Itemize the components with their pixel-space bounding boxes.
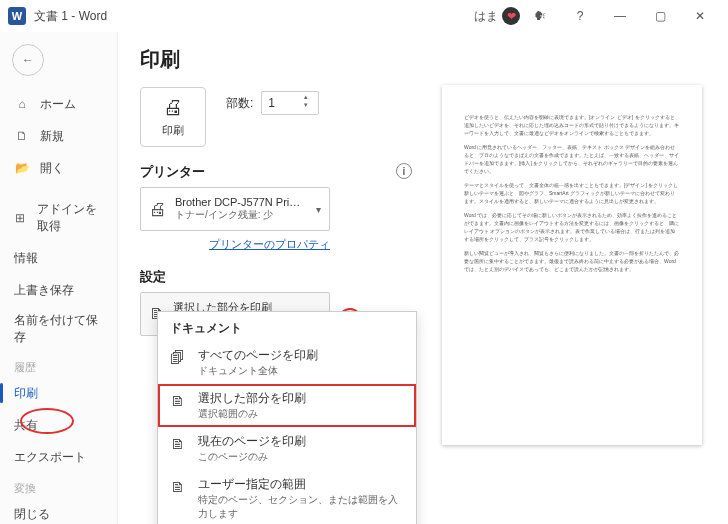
nav-close[interactable]: 閉じる: [0, 498, 117, 524]
chevron-down-icon: ▾: [304, 101, 316, 109]
info-icon[interactable]: i: [396, 163, 412, 179]
printer-name: Brother DCP-J577N Pri…: [175, 196, 308, 208]
dropdown-group-document: ドキュメント: [158, 312, 416, 341]
arrow-left-icon: ←: [22, 53, 34, 67]
opt-title: 現在のページを印刷: [198, 433, 306, 450]
word-app-icon: W: [8, 7, 26, 25]
nav-print[interactable]: 印刷: [0, 377, 117, 409]
nav-section-transform: 変換: [0, 473, 117, 498]
opt-title: 選択した部分を印刷: [198, 390, 306, 407]
feedback-icon[interactable]: 🗣: [520, 0, 560, 32]
nav-label: 開く: [40, 160, 64, 177]
nav-info[interactable]: 情報: [0, 242, 117, 274]
preview-body: ビデオを使うと、伝えたい内容を明確に表現できます。[オンライン ビデオ] をクリ…: [442, 85, 702, 307]
printer-heading: プリンター i: [140, 163, 420, 181]
nav-home[interactable]: ⌂ホーム: [0, 88, 117, 120]
annotation-circle-print: [20, 408, 74, 434]
nav-save[interactable]: 上書き保存: [0, 274, 117, 306]
home-icon: ⌂: [14, 97, 30, 111]
printer-dropdown[interactable]: 🖨 Brother DCP-J577N Pri… トナー/インク残量: 少 ▾: [140, 187, 330, 231]
settings-heading: 設定: [140, 268, 420, 286]
copies-value: 1: [268, 96, 275, 110]
opt-subtitle: このページのみ: [198, 450, 306, 464]
close-button[interactable]: ✕: [680, 0, 720, 32]
page-icon: 🗎: [170, 435, 188, 452]
opt-title: ユーザー指定の範囲: [198, 476, 404, 493]
nav-label: 名前を付けて保存: [14, 312, 103, 346]
nav-label: 上書き保存: [14, 282, 74, 299]
opt-subtitle: 特定のページ、セクション、または範囲を入力します: [198, 493, 404, 521]
page-icon: 🗎: [170, 392, 188, 409]
page-title: 印刷: [140, 46, 420, 73]
preview-paragraph: テーマとスタイルを使って、文書全体の統一感を出すこともできます。[デザイン] を…: [464, 181, 680, 205]
print-button-label: 印刷: [162, 123, 184, 138]
titlebar: W 文書 1 - Word はま ❤ 🗣 ? — ▢ ✕: [0, 0, 728, 32]
opt-subtitle: 選択範囲のみ: [198, 407, 306, 421]
printer-properties-link[interactable]: プリンターのプロパティ: [140, 237, 330, 252]
nav-label: 新規: [40, 128, 64, 145]
opt-custom-range[interactable]: 🗎 ユーザー指定の範囲特定のページ、セクション、または範囲を入力します: [158, 470, 416, 524]
backstage-sidebar: ← ⌂ホーム 🗋新規 📂開く ⊞アドインを取得 情報 上書き保存 名前を付けて保…: [0, 32, 118, 524]
nav-label: ホーム: [40, 96, 76, 113]
opt-subtitle: ドキュメント全体: [198, 364, 318, 378]
nav-label: 情報: [14, 250, 38, 267]
document-title: 文書 1 - Word: [34, 8, 107, 25]
minimize-button[interactable]: —: [600, 0, 640, 32]
open-icon: 📂: [14, 161, 30, 175]
preview-paragraph: Word では、必要に応じてその場に新しいボタンが表示されるため、効率よく操作を…: [464, 211, 680, 243]
help-button[interactable]: ?: [560, 0, 600, 32]
nav-label: 印刷: [14, 385, 38, 402]
page-icon: 🗎: [170, 478, 188, 495]
nav-new[interactable]: 🗋新規: [0, 120, 117, 152]
nav-open[interactable]: 📂開く: [0, 152, 117, 184]
maximize-button[interactable]: ▢: [640, 0, 680, 32]
back-button[interactable]: ←: [12, 44, 44, 76]
opt-all-pages[interactable]: 🗐 すべてのページを印刷ドキュメント全体: [158, 341, 416, 384]
copies-spinner[interactable]: ▴▾: [304, 93, 316, 113]
preview-paragraph: Word に用意されているヘッダー、フッター、表紙、テキスト ボックス デザイン…: [464, 143, 680, 175]
copies-label: 部数:: [226, 95, 253, 112]
pages-icon: 🗐: [170, 349, 188, 366]
heart-icon: ❤: [507, 10, 516, 23]
user-name: はま: [474, 8, 498, 25]
opt-selection[interactable]: 🗎 選択した部分を印刷選択範囲のみ: [158, 384, 416, 427]
nav-addins[interactable]: ⊞アドインを取得: [0, 202, 117, 234]
print-button[interactable]: 🖨 印刷: [140, 87, 206, 147]
print-preview: ビデオを使うと、伝えたい内容を明確に表現できます。[オンライン ビデオ] をクリ…: [442, 85, 702, 445]
preview-paragraph: ビデオを使うと、伝えたい内容を明確に表現できます。[オンライン ビデオ] をクリ…: [464, 113, 680, 137]
opt-title: すべてのページを印刷: [198, 347, 318, 364]
copies-input[interactable]: 1 ▴▾: [261, 91, 319, 115]
nav-label: アドインを取得: [37, 201, 103, 235]
nav-saveas[interactable]: 名前を付けて保存: [0, 306, 117, 352]
printer-device-icon: 🖨: [149, 199, 167, 220]
nav-export[interactable]: エクスポート: [0, 441, 117, 473]
nav-section-history: 履歴: [0, 352, 117, 377]
chevron-down-icon: ▾: [316, 204, 321, 215]
preview-paragraph: 新しい閲覧ビューが導入され、閲覧もさらに便利になりました。文書の一部を折りたたん…: [464, 249, 680, 273]
opt-current-page[interactable]: 🗎 現在のページを印刷このページのみ: [158, 427, 416, 470]
printer-status: トナー/インク残量: 少: [175, 208, 308, 222]
printer-icon: 🖨: [163, 96, 183, 119]
user-avatar[interactable]: ❤: [502, 7, 520, 25]
print-range-menu: ドキュメント 🗐 すべてのページを印刷ドキュメント全体 🗎 選択した部分を印刷選…: [157, 311, 417, 524]
chevron-up-icon: ▴: [304, 93, 316, 101]
nav-label: エクスポート: [14, 449, 86, 466]
addins-icon: ⊞: [14, 211, 27, 225]
new-icon: 🗋: [14, 129, 30, 143]
nav-label: 閉じる: [14, 506, 50, 523]
